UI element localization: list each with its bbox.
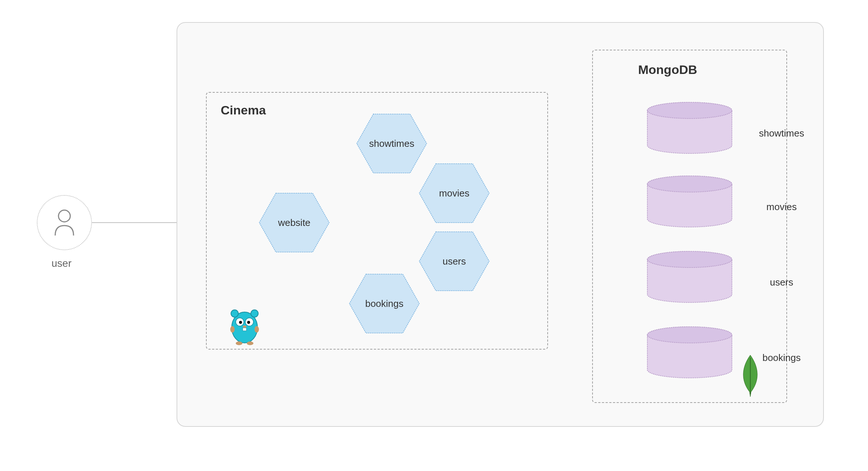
- svg-point-16: [231, 310, 238, 317]
- db-label-bookings: bookings: [736, 352, 828, 364]
- db-label-movies: movies: [736, 201, 828, 213]
- svg-point-10: [647, 176, 732, 192]
- service-hex-users: users: [417, 230, 491, 293]
- service-label-website: website: [278, 217, 310, 229]
- diagram-canvas: user Cinema MongoDB website showtimes mo…: [0, 0, 868, 471]
- svg-point-8: [647, 102, 732, 118]
- user-actor-label: user: [51, 258, 71, 269]
- user-actor-circle: [37, 195, 92, 250]
- svg-point-27: [255, 326, 259, 333]
- mongodb-title-label: MongoDB: [638, 63, 697, 77]
- svg-point-26: [230, 326, 235, 333]
- svg-rect-23: [243, 328, 246, 331]
- service-hex-bookings: bookings: [348, 272, 421, 335]
- svg-point-25: [247, 341, 253, 345]
- svg-point-20: [239, 321, 242, 324]
- db-cylinder-movies: movies: [644, 175, 736, 228]
- svg-point-21: [247, 321, 250, 324]
- user-icon: [51, 208, 77, 237]
- db-cylinder-showtimes: showtimes: [644, 101, 736, 155]
- svg-point-1: [58, 210, 70, 222]
- db-cylinder-users: users: [644, 250, 736, 304]
- db-label-users: users: [736, 277, 828, 288]
- db-label-showtimes: showtimes: [736, 128, 828, 139]
- go-gopher-icon: [228, 305, 261, 346]
- svg-point-17: [251, 310, 258, 317]
- svg-point-24: [236, 341, 242, 345]
- svg-point-12: [647, 251, 732, 268]
- service-label-bookings: bookings: [365, 298, 403, 309]
- svg-point-22: [243, 326, 246, 328]
- svg-point-14: [647, 327, 732, 343]
- db-cylinder-bookings: bookings: [644, 326, 736, 379]
- service-hex-movies: movies: [417, 162, 491, 224]
- service-label-users: users: [442, 256, 466, 267]
- service-label-movies: movies: [439, 188, 469, 199]
- cinema-title-label: Cinema: [221, 103, 266, 117]
- service-label-showtimes: showtimes: [369, 138, 415, 149]
- service-hex-website: website: [257, 191, 331, 254]
